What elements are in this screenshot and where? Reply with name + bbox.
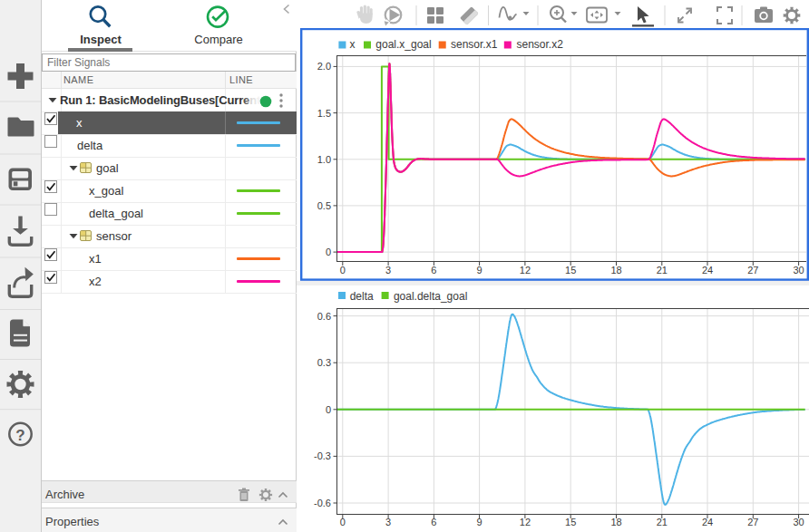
svg-text:21: 21: [657, 517, 668, 527]
svg-text:9: 9: [477, 517, 482, 527]
svg-text:sensor.x2: sensor.x2: [517, 38, 564, 51]
svg-text:?: ?: [15, 427, 24, 444]
svg-text:goal.delta_goal: goal.delta_goal: [394, 290, 467, 303]
svg-text:6: 6: [431, 265, 436, 276]
svg-text:goal.x_goal: goal.x_goal: [375, 38, 431, 51]
svg-text:sensor.x1: sensor.x1: [451, 38, 498, 51]
svg-text:-0.3: -0.3: [314, 450, 331, 461]
svg-text:1.0: 1.0: [317, 154, 331, 165]
svg-text:0: 0: [326, 404, 331, 415]
svg-text:6: 6: [431, 517, 436, 527]
svg-text:0: 0: [326, 247, 331, 257]
svg-text:0: 0: [340, 517, 346, 527]
svg-text:30: 30: [793, 517, 804, 527]
svg-text:-0.6: -0.6: [314, 498, 331, 508]
svg-text:15: 15: [565, 517, 576, 527]
svg-text:2.0: 2.0: [317, 61, 331, 72]
svg-text:12: 12: [520, 517, 531, 527]
svg-text:0: 0: [340, 265, 346, 276]
svg-text:27: 27: [747, 265, 758, 276]
svg-text:15: 15: [565, 265, 576, 276]
svg-text:27: 27: [747, 517, 758, 527]
svg-text:0.5: 0.5: [317, 200, 331, 211]
svg-text:3: 3: [385, 265, 391, 276]
svg-text:30: 30: [793, 265, 804, 276]
svg-text:24: 24: [702, 517, 713, 527]
svg-text:18: 18: [610, 265, 621, 276]
svg-text:delta: delta: [350, 290, 374, 303]
svg-text:21: 21: [657, 265, 668, 276]
svg-text:18: 18: [610, 517, 621, 527]
svg-text:x: x: [350, 38, 356, 51]
svg-text:0.3: 0.3: [317, 357, 331, 368]
svg-text:3: 3: [385, 517, 391, 527]
svg-text:0.6: 0.6: [317, 311, 331, 322]
svg-text:1.5: 1.5: [317, 108, 331, 119]
svg-text:12: 12: [520, 265, 531, 276]
svg-text:24: 24: [702, 265, 713, 276]
svg-text:9: 9: [477, 265, 482, 276]
